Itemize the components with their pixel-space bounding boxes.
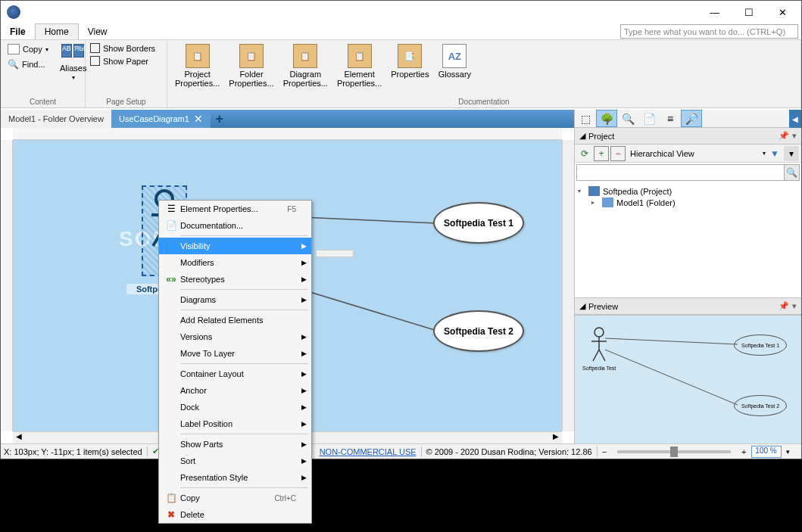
menu-view[interactable]: View xyxy=(79,23,117,39)
cm-add-related[interactable]: Add Related Elements xyxy=(159,312,311,328)
tree-root[interactable]: ▾ Softpedia (Project) xyxy=(578,185,798,197)
preview-canvas[interactable]: Softpedia Test Softpedia Test 1 Softpedi… xyxy=(575,315,801,443)
project-node-icon xyxy=(588,186,600,196)
search-command-input[interactable]: Type here what you want to do... (CTRL+Q… xyxy=(620,24,798,39)
project-properties-button[interactable]: 📋Project Properties... xyxy=(172,42,223,96)
context-menu: ☰Element Properties...F5 📄Documentation.… xyxy=(158,200,312,524)
cm-presentation[interactable]: Presentation Style▶ xyxy=(159,469,311,486)
cm-visibility[interactable]: Visibility▶ xyxy=(159,238,311,254)
resize-handle[interactable] xyxy=(316,250,354,257)
zoom-slider[interactable] xyxy=(617,450,731,453)
tree-child[interactable]: ▸ Model1 (Folder) xyxy=(578,197,798,208)
remove-item-button[interactable]: − xyxy=(610,146,626,161)
pin-icon[interactable]: 📌 xyxy=(779,301,789,311)
diagram-props-label: Diagram Properties... xyxy=(283,70,328,88)
panel-tool-preview[interactable]: 🔎 xyxy=(681,110,702,127)
copy-button[interactable]: Copy ▾ xyxy=(5,42,51,56)
project-search-button[interactable]: 🔍 xyxy=(784,165,799,180)
zoom-dropdown-button[interactable]: ▾ xyxy=(786,448,790,456)
cm-show-parts[interactable]: Show Parts▶ xyxy=(159,436,311,453)
cm-label-position[interactable]: Label Position▶ xyxy=(159,415,311,432)
non-commercial-link[interactable]: NON-COMMERCIAL USE xyxy=(320,447,417,456)
tab-active-label: UseCaseDiagram1 xyxy=(119,114,189,123)
cm-copy[interactable]: 📋CopyCtrl+C xyxy=(159,490,311,506)
diagram-properties-button[interactable]: 📋Diagram Properties... xyxy=(280,42,331,96)
project-panel-header: ◢ Project 📌 ▾ xyxy=(575,128,801,145)
project-search-input[interactable] xyxy=(577,165,784,180)
cm-element-properties[interactable]: ☰Element Properties...F5 xyxy=(159,201,311,217)
cm-documentation[interactable]: 📄Documentation... xyxy=(159,217,311,234)
aliases-label: Aliases xyxy=(60,64,86,73)
close-button[interactable]: ✕ xyxy=(766,2,800,23)
refresh-button[interactable]: ⟳ xyxy=(577,146,592,161)
app-icon xyxy=(7,5,20,19)
scrollbar-vertical[interactable] xyxy=(562,140,574,431)
element-props-icon: 📋 xyxy=(348,44,372,68)
panel-close-icon[interactable]: ▾ xyxy=(792,301,797,311)
zoom-thumb[interactable] xyxy=(670,446,678,457)
tab-folder-overview[interactable]: Model1 - Folder Overview xyxy=(1,110,111,128)
pin-icon[interactable]: 📌 xyxy=(779,131,789,141)
tree-root-label: Softpedia (Project) xyxy=(603,187,672,196)
show-paper-checkbox[interactable]: Show Paper xyxy=(90,55,162,67)
cm-dock[interactable]: Dock▶ xyxy=(159,399,311,415)
tab-add-button[interactable]: + xyxy=(211,110,229,128)
more-button[interactable]: ▾ xyxy=(784,146,799,161)
element-properties-button[interactable]: 📋Element Properties... xyxy=(334,42,385,96)
tab-usecase-diagram[interactable]: UseCaseDiagram1 ✕ xyxy=(111,110,211,128)
panel-tool-tree[interactable]: 🌳 xyxy=(596,110,617,127)
project-panel-title: Project xyxy=(588,132,614,141)
zoom-value[interactable]: 100 % xyxy=(751,446,782,458)
panel-tool-1[interactable]: ⬚ xyxy=(575,110,596,127)
cm-versions[interactable]: Versions▶ xyxy=(159,328,311,345)
cm-sort[interactable]: Sort▶ xyxy=(159,453,311,469)
panel-close-icon[interactable]: ▾ xyxy=(792,131,797,141)
usecase-2[interactable]: Softpedia Test 2 xyxy=(433,310,524,352)
cm-move-layer[interactable]: Move To Layer▶ xyxy=(159,345,311,362)
cm-delete[interactable]: ✖Delete xyxy=(159,506,311,523)
group-documentation-title: Documentation xyxy=(172,96,796,106)
cm-container-layout[interactable]: Container Layout▶ xyxy=(159,366,311,382)
folder-node-icon xyxy=(602,198,613,207)
tab-close-icon[interactable]: ✕ xyxy=(194,113,203,125)
folder-props-icon: 📋 xyxy=(239,44,264,68)
project-tree[interactable]: ▾ Softpedia (Project) ▸ Model1 (Folder) xyxy=(575,182,801,297)
cm-modifiers[interactable]: Modifiers▶ xyxy=(159,254,311,271)
show-borders-checkbox[interactable]: Show Borders xyxy=(90,42,162,54)
status-copyright: © 2009 - 2020 Dusan Rodina; Version: 12.… xyxy=(426,447,592,456)
cm-anchor[interactable]: Anchor▶ xyxy=(159,382,311,399)
panel-tool-search[interactable]: 🔍 xyxy=(617,110,638,127)
properties-button[interactable]: 📑Properties xyxy=(388,42,432,96)
menu-home[interactable]: Home xyxy=(35,23,79,39)
view-mode-dropdown[interactable]: Hierarchical View xyxy=(627,149,761,158)
properties-icon: ☰ xyxy=(162,204,180,214)
search-icon: 🔍 xyxy=(8,59,19,70)
statusbar: X: 103px; Y: -11px; 1 item(s) selected ✔… xyxy=(1,443,801,459)
menubar: File Home View Type here what you want t… xyxy=(1,23,801,40)
properties-icon: 📑 xyxy=(398,44,422,68)
delete-icon: ✖ xyxy=(162,509,180,520)
find-button[interactable]: 🔍Find... xyxy=(5,58,51,71)
cm-stereotypes[interactable]: «»Stereotypes▶ xyxy=(159,271,311,288)
toolbox-collapse-button[interactable]: ◀ xyxy=(789,110,801,128)
copy-label: Copy xyxy=(23,45,42,54)
usecase-1[interactable]: Softpedia Test 1 xyxy=(433,202,524,244)
zoom-out-button[interactable]: − xyxy=(602,447,607,456)
panel-tool-layers[interactable]: ≡ xyxy=(660,110,681,127)
glossary-button[interactable]: AZGlossary xyxy=(435,42,474,96)
ruler-vertical xyxy=(1,140,13,431)
maximize-button[interactable]: ☐ xyxy=(732,2,766,23)
project-search[interactable]: 🔍 xyxy=(576,164,800,181)
folder-props-label: Folder Properties... xyxy=(229,70,273,88)
menu-file[interactable]: File xyxy=(1,23,35,39)
expand-icon[interactable]: ▾ xyxy=(578,188,585,194)
cm-diagrams[interactable]: Diagrams▶ xyxy=(159,291,311,308)
add-item-button[interactable]: + xyxy=(594,146,609,161)
folder-properties-button[interactable]: 📋Folder Properties... xyxy=(226,42,276,96)
expand-icon[interactable]: ▸ xyxy=(591,199,599,206)
tree-child-label: Model1 (Folder) xyxy=(616,198,676,207)
zoom-in-button[interactable]: + xyxy=(741,447,746,456)
panel-tool-doc[interactable]: 📄 xyxy=(638,110,660,127)
filter-button[interactable]: ▼ xyxy=(767,146,782,161)
minimize-button[interactable]: — xyxy=(697,2,732,23)
